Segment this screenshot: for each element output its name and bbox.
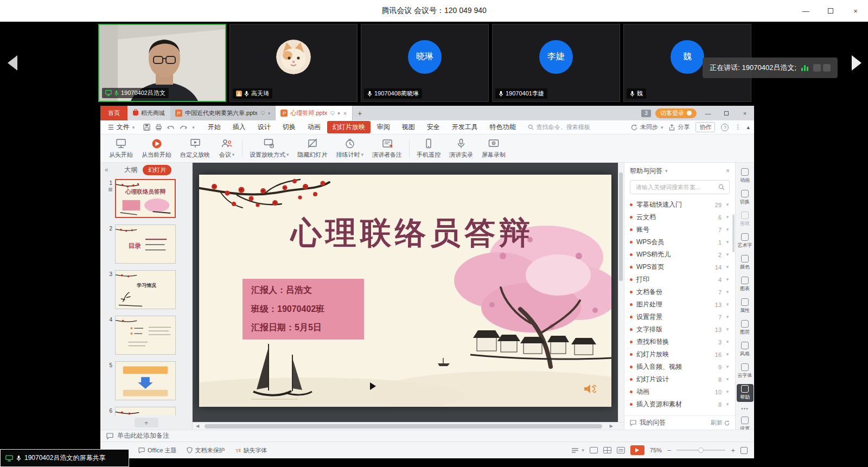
zoom-slider-knob[interactable] (698, 447, 704, 453)
slide-thumbnail-6[interactable] (115, 407, 176, 415)
vertical-scrollbar[interactable] (618, 163, 624, 422)
help-topic[interactable]: 零基础快速入门29▼ (630, 199, 730, 211)
menu-item-transition[interactable]: 切换 (277, 121, 301, 133)
slide-title[interactable]: 心理联络员答辩 (199, 213, 611, 254)
slide-canvas[interactable]: 心理联络员答辩 汇报人：吕浩文 班级：19070402班 汇报日期：5月5日 (199, 175, 611, 407)
chevron-down-icon[interactable]: ▾ (268, 111, 271, 116)
horizontal-scrollbar[interactable]: ◀ ▶ (193, 422, 624, 430)
redo-icon[interactable] (180, 124, 187, 131)
new-tab-button[interactable]: + (353, 106, 367, 120)
scrollbar-thumb[interactable] (732, 214, 735, 252)
zoom-in-icon[interactable]: + (731, 446, 735, 455)
sidebar-properties[interactable]: 属性 (737, 297, 754, 315)
reading-view-icon[interactable] (617, 447, 625, 453)
participant-tile-video[interactable]: 19070402吕浩文 (98, 24, 226, 102)
ribbon-setup-show[interactable]: 设置放映方式▾ (245, 135, 293, 162)
sync-status[interactable]: 未同步 ▾ (631, 123, 663, 131)
sidebar-shape[interactable]: 形状 (737, 210, 754, 228)
menu-item-slideshow-active[interactable]: 幻灯片放映 (327, 121, 371, 133)
notes-bar[interactable]: 单击此处添加备注 (100, 430, 754, 442)
command-search[interactable]: 查找命令、搜索模板 (528, 123, 590, 131)
zoom-out-icon[interactable]: − (667, 446, 672, 455)
close-panel-icon[interactable]: × (726, 167, 730, 175)
tab-shop[interactable]: 稻壳商城 (127, 106, 170, 120)
print-icon[interactable] (155, 124, 162, 131)
minimize-icon[interactable]: — (793, 0, 818, 22)
help-topic[interactable]: 打印4▼ (630, 273, 730, 286)
collapse-ribbon-icon[interactable]: ▴ (746, 124, 750, 131)
ribbon-phone-remote[interactable]: 手机遥控 (412, 135, 445, 162)
ribbon-play-from-start[interactable]: 从头开始 (105, 135, 137, 162)
add-slide-button[interactable]: + (135, 418, 158, 427)
ribbon-play-from-current[interactable]: 从当前开始 (137, 135, 176, 162)
close-tab-icon[interactable]: × (343, 110, 347, 117)
help-topic[interactable]: 图片处理13▼ (630, 298, 730, 311)
menu-item-insert[interactable]: 插入 (227, 121, 251, 133)
sidebar-color[interactable]: 颜色 (737, 254, 754, 272)
menu-item-security[interactable]: 安全 (422, 121, 445, 133)
sidebar-style[interactable]: 风格 (737, 341, 754, 359)
chevron-down-icon[interactable]: ▾ (337, 111, 340, 116)
participant-tile[interactable]: 晓琳 19070408蔺晓琳 (361, 24, 489, 102)
menu-item-review[interactable]: 审阅 (372, 121, 395, 133)
menu-item-view[interactable]: 视图 (397, 121, 420, 133)
undo-icon[interactable] (167, 124, 175, 131)
chevron-down-icon[interactable]: ▾ (665, 168, 668, 174)
scroll-right-icon[interactable]: ▶ (610, 424, 613, 428)
help-topic[interactable]: 幻灯片设计8▼ (630, 373, 730, 386)
wps-minimize-icon[interactable]: — (701, 106, 715, 120)
help-icon[interactable]: ? (721, 124, 729, 131)
sidebar-layers[interactable]: 图层 (737, 319, 754, 337)
help-topic[interactable]: 插入资源和素材8▼ (630, 398, 730, 411)
wps-maximize-icon[interactable] (719, 106, 733, 120)
help-topic[interactable]: 云文档6▼ (630, 211, 730, 223)
zoom-slider[interactable] (676, 450, 725, 451)
chevron-down-icon[interactable]: ▾ (192, 125, 195, 130)
participant-tile[interactable]: 高天琦 (229, 24, 358, 102)
help-topic[interactable]: 文字排版13▼ (630, 323, 730, 336)
slide-info-box[interactable]: 汇报人：吕浩文 班级：19070402班 汇报日期：5月5日 (242, 279, 364, 340)
sidebar-chart[interactable]: 图表 (737, 276, 754, 293)
menu-item-features[interactable]: 特色功能 (484, 121, 521, 133)
scroll-left-icon[interactable] (8, 55, 17, 71)
help-topic[interactable]: WPS首页14▼ (630, 261, 730, 273)
save-icon[interactable] (143, 124, 150, 131)
help-topic[interactable]: 查找和替换3▼ (630, 336, 730, 348)
ribbon-meeting[interactable]: 会议▾ (214, 135, 239, 162)
sidebar-help-active[interactable]: 帮助 (737, 384, 754, 402)
tab-outline[interactable]: 大纲 (124, 165, 137, 175)
slide-sorter-view-icon[interactable] (603, 447, 611, 453)
sidebar-wordart[interactable]: 艺术字 (737, 232, 754, 250)
ribbon-hide-slide[interactable]: 隐藏幻灯片 (293, 135, 332, 162)
help-topic[interactable]: WPS稻壳儿2▼ (630, 248, 730, 261)
help-topic[interactable]: 插入音频、视频9▼ (630, 361, 730, 373)
help-topic[interactable]: 账号7▼ (630, 223, 730, 236)
tab-document-1[interactable]: P 中国近代史纲要第六章.pptx 🗨 ▾ (170, 106, 276, 120)
slide-thumbnail-4[interactable] (115, 316, 176, 355)
tab-home[interactable]: 首页 (100, 106, 127, 120)
tab-document-2-active[interactable]: P 心理答辩.pptx 🗨 ▾ × (276, 106, 353, 120)
more-menu-icon[interactable]: ⋮ (735, 124, 741, 131)
comment-bubble-icon[interactable]: 🗨 (330, 111, 335, 116)
scrollbar-thumb[interactable] (205, 424, 602, 428)
participant-tile[interactable]: 李婕 19070401李婕 (492, 24, 620, 102)
close-icon[interactable]: × (843, 0, 868, 22)
slide-thumbnail-1-selected[interactable]: 心理联络员答辩 (115, 179, 176, 218)
ribbon-custom-show[interactable]: 自定义放映 (176, 135, 214, 162)
normal-view-icon[interactable] (590, 447, 598, 453)
slide-thumbnail-2[interactable]: 目录 (115, 225, 176, 264)
notes-toggle[interactable]: ▾ (571, 447, 584, 453)
my-questions-row[interactable]: 我的问答 刷新 (624, 415, 735, 430)
help-topic[interactable]: 幻灯片放映16▼ (630, 348, 730, 361)
audio-speaker-icon[interactable] (583, 383, 596, 395)
file-menu-button[interactable]: ☰ 文件 ▾ (105, 123, 138, 132)
collapse-panel-icon[interactable]: « (105, 166, 108, 174)
collab-button[interactable]: 协作 (695, 122, 715, 132)
tab-slides-active[interactable]: 幻灯片 (143, 165, 171, 175)
wps-close-icon[interactable]: × (738, 106, 752, 120)
ribbon-screen-record[interactable]: 屏幕录制 (477, 135, 510, 162)
start-slideshow-button[interactable] (630, 445, 644, 455)
help-topic[interactable]: 设置背景7▼ (630, 311, 730, 323)
refresh-button[interactable]: 刷新 (711, 419, 730, 427)
help-search-input[interactable] (635, 183, 715, 191)
